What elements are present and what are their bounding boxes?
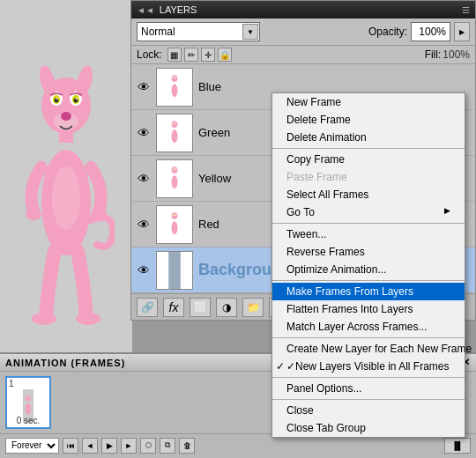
panel-title: LAYERS [160, 4, 197, 15]
menu-separator-4 [272, 337, 465, 338]
svg-point-17 [32, 313, 56, 325]
svg-point-31 [175, 122, 176, 123]
layer-thumbnail-blue [156, 68, 193, 107]
frame-time: 0 sec. [17, 416, 41, 425]
fill-label: Fill: [425, 48, 442, 61]
layer-visibility-background[interactable]: 👁 [135, 262, 152, 279]
menu-panel-options[interactable]: Panel Options... [272, 380, 465, 397]
blend-mode-wrapper: Normal ▼ [137, 22, 260, 41]
fill-row: Lock: ▦ ✏ ✛ 🔒 Fill: 100% [131, 46, 475, 64]
menu-make-frames-from-layers[interactable]: Make Frames From Layers [272, 283, 465, 300]
svg-point-18 [76, 313, 100, 325]
blend-mode-select[interactable]: Normal [137, 22, 260, 41]
menu-separator-2 [272, 223, 465, 224]
svg-point-43 [175, 214, 176, 215]
next-frame-button[interactable]: ► [121, 438, 137, 454]
menu-separator-3 [272, 280, 465, 281]
pink-panther-image [18, 26, 115, 326]
context-menu: New Frame Delete Frame Delete Animation … [271, 92, 465, 438]
layer-thumbnail-background [156, 251, 193, 290]
menu-delete-frame[interactable]: Delete Frame [272, 111, 465, 129]
frame-count-area: ▐▌ [444, 438, 471, 454]
lock-position-icon[interactable]: ✛ [201, 48, 215, 62]
panel-titlebar: ◄◄ LAYERS ☰ [131, 1, 475, 18]
svg-point-26 [172, 129, 178, 143]
menu-separator-5 [272, 377, 465, 378]
layer-visibility-green[interactable]: 👁 [135, 124, 152, 142]
menu-create-new-layer[interactable]: Create New Layer for Each New Frame [272, 340, 465, 358]
panel-menu-icon[interactable]: ☰ [462, 5, 470, 15]
menu-new-frame[interactable]: New Frame [272, 93, 465, 111]
fx-button[interactable]: fx [163, 298, 184, 317]
animation-frame-1[interactable]: 1 0 sec. [5, 376, 51, 429]
delete-frame-button[interactable]: 🗑 [179, 438, 195, 454]
panel-collapse-arrows[interactable]: ◄◄ [137, 5, 154, 15]
svg-point-32 [172, 175, 178, 188]
svg-rect-44 [168, 252, 181, 289]
frame-number: 1 [7, 378, 16, 389]
svg-rect-14 [59, 130, 73, 143]
svg-point-10 [56, 98, 58, 100]
menu-match-layer[interactable]: Match Layer Across Frames... [272, 318, 465, 336]
tween-button[interactable]: ⬡ [140, 438, 156, 454]
menu-tween[interactable]: Tween... [272, 225, 465, 243]
lock-pixels-icon[interactable]: ✏ [184, 48, 198, 62]
svg-point-33 [172, 166, 178, 174]
panel-controls: Normal ▼ Opacity: ▶ [131, 18, 475, 46]
layer-thumbnail-yellow [156, 159, 193, 198]
svg-point-20 [172, 84, 178, 97]
menu-paste-frame[interactable]: Paste Frame [272, 168, 465, 186]
titlebar-left: ◄◄ LAYERS [137, 4, 197, 15]
add-mask-button[interactable]: ⬜ [190, 298, 211, 317]
prev-frame-button[interactable]: ◄ [82, 438, 98, 454]
menu-reverse-frames[interactable]: Reverse Frames [272, 243, 465, 261]
menu-new-layers-visible[interactable]: ✓New Layers Visible in All Frames [272, 358, 465, 375]
svg-point-27 [172, 121, 178, 128]
opacity-input[interactable] [411, 22, 450, 41]
opacity-arrow[interactable]: ▶ [454, 22, 470, 41]
svg-point-21 [172, 75, 178, 82]
svg-point-47 [26, 395, 31, 401]
play-button[interactable]: ▶ [101, 438, 117, 454]
menu-close[interactable]: Close [272, 402, 465, 419]
svg-point-15 [26, 208, 41, 220]
layer-visibility-blue[interactable]: 👁 [135, 78, 152, 96]
layer-name-blue: Blue [198, 80, 472, 93]
menu-separator [272, 148, 465, 149]
svg-point-19 [52, 166, 80, 230]
svg-point-42 [173, 214, 174, 215]
menu-delete-animation[interactable]: Delete Animation [272, 129, 465, 146]
opacity-label: Opacity: [368, 26, 407, 38]
fill-value: 100% [443, 48, 470, 61]
menu-go-to[interactable]: Go To [272, 203, 465, 221]
canvas-area [0, 0, 132, 352]
svg-point-11 [76, 98, 78, 100]
lock-transparency-icon[interactable]: ▦ [167, 48, 182, 62]
folder-button[interactable]: 📁 [242, 298, 264, 317]
first-frame-button[interactable]: ⏮ [63, 438, 78, 454]
menu-close-tab-group[interactable]: Close Tab Group [272, 419, 465, 437]
lock-section: Lock: ▦ ✏ ✛ 🔒 [137, 48, 425, 62]
lock-label: Lock: [137, 48, 162, 61]
loop-select[interactable]: Forever [5, 438, 59, 454]
menu-flatten-frames[interactable]: Flatten Frames Into Layers [272, 300, 465, 318]
link-layers-button[interactable]: 🔗 [137, 298, 158, 317]
menu-optimize-animation[interactable]: Optimize Animation... [272, 261, 465, 278]
menu-select-all-frames[interactable]: Select All Frames [272, 186, 465, 203]
svg-point-38 [172, 221, 178, 234]
svg-point-53 [29, 397, 30, 398]
svg-point-46 [26, 403, 31, 415]
adjustment-button[interactable]: ◑ [216, 298, 237, 317]
layer-visibility-red[interactable]: 👁 [135, 216, 152, 233]
eye-icon: 👁 [138, 80, 150, 94]
menu-copy-frame[interactable]: Copy Frame [272, 151, 465, 168]
animation-panel-title: ANIMATION (FRAMES) [5, 358, 125, 368]
eye-icon: 👁 [138, 263, 150, 277]
layer-visibility-yellow[interactable]: 👁 [135, 170, 152, 188]
svg-point-52 [26, 397, 27, 398]
frame-nav-button[interactable]: ▐▌ [444, 438, 471, 454]
duplicate-frame-button[interactable]: ⧉ [160, 438, 175, 454]
layer-thumbnail-green [156, 114, 193, 152]
eye-icon: 👁 [138, 126, 150, 140]
lock-all-icon[interactable]: 🔒 [218, 48, 232, 62]
